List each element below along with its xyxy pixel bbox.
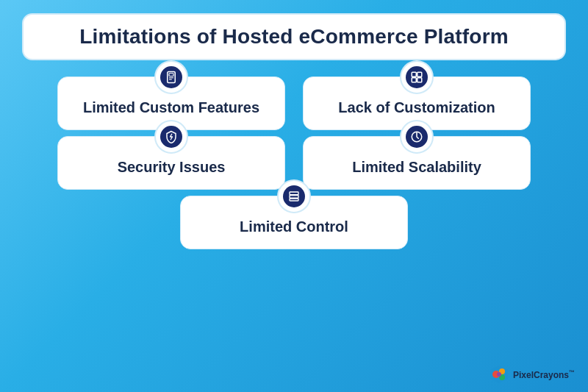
title-box: Limitations of Hosted eCommerce Platform	[22, 13, 566, 60]
card-label-limited-control: Limited Control	[231, 218, 357, 235]
brand-area: PixelCrayons™	[489, 364, 575, 385]
icon-circle-lack-of-customization	[400, 60, 434, 94]
row-3: Limited Control	[22, 196, 566, 249]
svg-rect-12	[290, 199, 298, 201]
page-title: Limitations of Hosted eCommerce Platform	[46, 25, 542, 49]
card-limited-control: Limited Control	[180, 196, 408, 249]
brand-logo-icon	[489, 364, 509, 385]
icon-circle-limited-control	[277, 179, 311, 213]
grid-settings-icon	[406, 66, 428, 88]
svg-rect-1	[169, 74, 173, 76]
svg-rect-4	[412, 72, 416, 76]
svg-rect-5	[417, 72, 422, 76]
svg-rect-11	[290, 196, 298, 199]
grid-area: Limited Custom Features Lack of Customiz…	[22, 76, 566, 249]
mobile-settings-icon	[160, 66, 182, 88]
card-label-security-issues: Security Issues	[109, 159, 234, 176]
layers-icon	[283, 185, 305, 207]
icon-circle-limited-custom-features	[154, 60, 188, 94]
icon-circle-security-issues	[154, 120, 188, 154]
card-label-lack-of-customization: Lack of Customization	[329, 99, 503, 116]
card-limited-scalability: Limited Scalability	[303, 136, 531, 190]
shield-bolt-icon	[160, 126, 182, 148]
svg-rect-6	[412, 78, 416, 82]
brand-name: PixelCrayons™	[513, 369, 575, 380]
card-label-limited-scalability: Limited Scalability	[343, 159, 490, 176]
svg-rect-10	[290, 192, 298, 195]
card-security-issues: Security Issues	[57, 136, 285, 190]
main-container: Limitations of Hosted eCommerce Platform	[0, 0, 588, 392]
svg-rect-7	[417, 78, 422, 82]
icon-circle-limited-scalability	[400, 120, 434, 154]
row-1: Limited Custom Features Lack of Customiz…	[22, 76, 566, 130]
svg-point-17	[497, 372, 501, 377]
card-label-limited-custom-features: Limited Custom Features	[74, 99, 268, 116]
chart-icon	[406, 126, 428, 148]
